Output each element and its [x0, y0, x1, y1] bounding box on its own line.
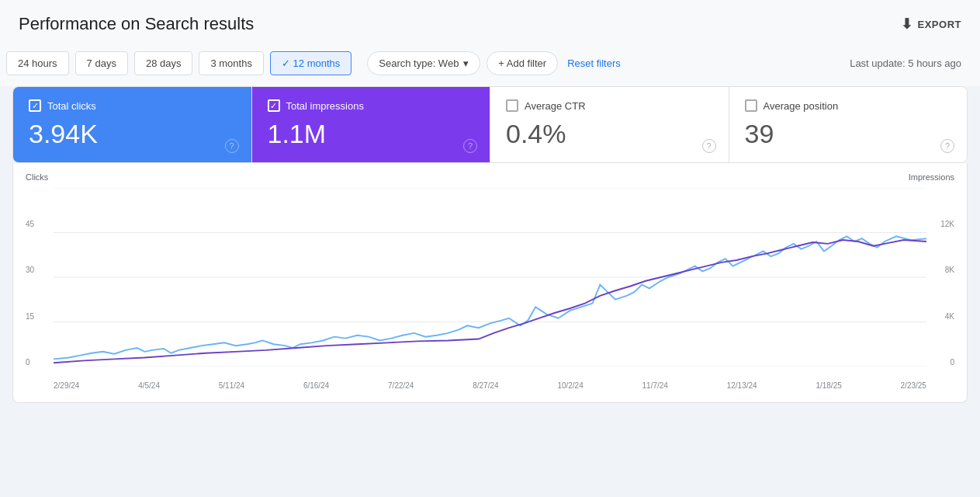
last-update-text: Last update: 5 hours ago — [850, 57, 961, 69]
x-tick-0: 2/29/24 — [54, 381, 79, 390]
average-position-checkbox[interactable] — [745, 99, 757, 112]
main-content: ✓ Total clicks 3.94K ? ✓ Total impressio… — [0, 86, 980, 415]
average-position-help-icon[interactable]: ? — [940, 139, 954, 153]
chart-area: Clicks 45 30 15 0 Impressions 12K 8K 4K … — [26, 172, 954, 390]
page-header: Performance on Search results ⬇ EXPORT — [0, 0, 980, 43]
average-ctr-value: 0.4% — [506, 120, 713, 148]
y-axis-right-title: Impressions — [909, 172, 954, 182]
checkmark-icon: ✓ — [282, 57, 293, 69]
x-tick-5: 8/27/24 — [473, 381, 498, 390]
x-tick-7: 11/7/24 — [642, 381, 668, 390]
metric-total-clicks[interactable]: ✓ Total clicks 3.94K ? — [13, 87, 252, 162]
metrics-row: ✓ Total clicks 3.94K ? ✓ Total impressio… — [12, 86, 968, 163]
total-clicks-label: Total clicks — [47, 100, 96, 112]
y-tick-left-0: 0 — [26, 358, 48, 367]
search-type-filter[interactable]: Search type: Web ▾ — [367, 51, 480, 75]
average-position-label: Average position — [764, 100, 839, 112]
y-tick-left-15: 15 — [26, 312, 48, 321]
average-ctr-help-icon[interactable]: ? — [702, 139, 716, 153]
x-tick-8: 12/13/24 — [727, 381, 757, 390]
y-tick-left-30: 30 — [26, 266, 48, 274]
total-impressions-help-icon[interactable]: ? — [463, 139, 477, 153]
time-filter-3months[interactable]: 3 months — [199, 51, 263, 75]
chevron-down-icon: ▾ — [463, 57, 469, 69]
x-tick-10: 2/23/25 — [901, 381, 926, 390]
metric-total-impressions[interactable]: ✓ Total impressions 1.1M ? — [252, 87, 491, 162]
average-ctr-label: Average CTR — [525, 100, 586, 112]
reset-filters-button[interactable]: Reset filters — [567, 57, 621, 69]
metric-average-ctr[interactable]: Average CTR 0.4% ? — [490, 87, 729, 162]
page-title: Performance on Search results — [19, 14, 254, 34]
time-filter-12months[interactable]: ✓ 12 months — [270, 51, 351, 75]
total-clicks-value: 3.94K — [29, 120, 236, 148]
clicks-line — [54, 237, 926, 360]
time-filter-7d[interactable]: 7 days — [75, 51, 128, 75]
average-position-value: 39 — [745, 120, 952, 148]
total-impressions-value: 1.1M — [268, 120, 475, 148]
x-tick-2: 5/11/24 — [219, 381, 244, 390]
time-filter-28d[interactable]: 28 days — [134, 51, 193, 75]
export-button[interactable]: ⬇ EXPORT — [901, 16, 961, 33]
x-tick-1: 4/5/24 — [138, 381, 160, 390]
total-impressions-checkbox[interactable]: ✓ — [268, 99, 280, 112]
total-impressions-label: Total impressions — [286, 100, 364, 112]
total-clicks-checkbox[interactable]: ✓ — [29, 99, 41, 112]
x-axis: 2/29/24 4/5/24 5/11/24 6/16/24 7/22/24 8… — [54, 381, 926, 390]
metric-average-position[interactable]: Average position 39 ? — [729, 87, 968, 162]
add-filter-button[interactable]: + Add filter — [487, 51, 558, 75]
impressions-line — [54, 240, 926, 363]
y-axis-left: Clicks 45 30 15 0 — [26, 172, 53, 367]
filters-bar: 24 hours 7 days 28 days 3 months ✓ 12 mo… — [0, 43, 980, 86]
chart-svg-area — [54, 188, 926, 367]
chart-grid — [54, 188, 926, 367]
x-tick-9: 1/18/25 — [816, 381, 841, 390]
average-ctr-checkbox[interactable] — [506, 99, 518, 112]
x-tick-3: 6/16/24 — [303, 381, 329, 390]
chart-svg — [54, 188, 926, 367]
chart-container: Clicks 45 30 15 0 Impressions 12K 8K 4K … — [12, 163, 968, 403]
download-icon: ⬇ — [901, 16, 913, 33]
x-tick-6: 10/2/24 — [557, 381, 583, 390]
y-tick-left-45: 45 — [26, 220, 48, 228]
y-axis-left-title: Clicks — [26, 172, 48, 182]
x-tick-4: 7/22/24 — [388, 381, 414, 390]
time-filter-24h[interactable]: 24 hours — [6, 51, 69, 75]
total-clicks-help-icon[interactable]: ? — [225, 139, 239, 153]
